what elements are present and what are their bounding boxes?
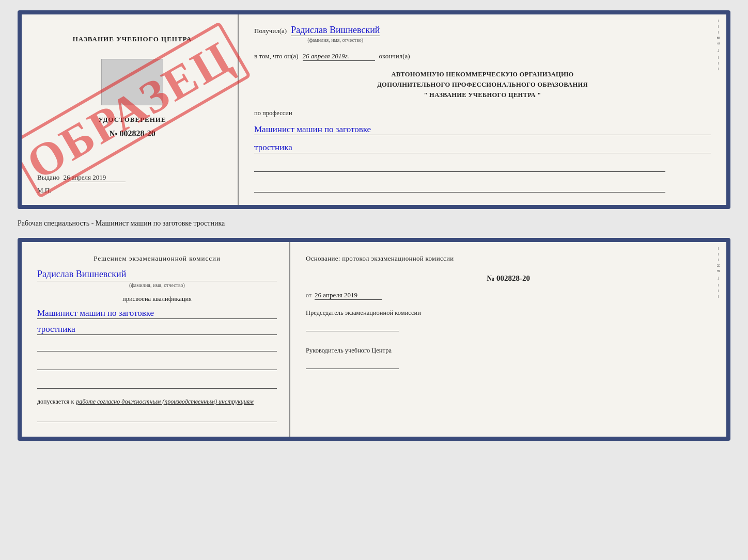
chairman-block: Председатель экзаменационной комиссии bbox=[306, 309, 711, 331]
date-value: 26 апреля 2019г. bbox=[303, 52, 375, 61]
profession-prefix: по профессии bbox=[254, 109, 711, 117]
protocol-number: № 002828-20 bbox=[306, 274, 711, 283]
received-row: Получил(а) Радислав Вишневский (фамилия,… bbox=[254, 25, 711, 43]
top-doc-right: Получил(а) Радислав Вишневский (фамилия,… bbox=[239, 14, 726, 205]
recipient-block: Радислав Вишневский (фамилия, имя, отчес… bbox=[291, 25, 380, 43]
director-sign-line bbox=[306, 357, 399, 369]
top-document: НАЗВАНИЕ УЧЕБНОГО ЦЕНТРА УДОСТОВЕРЕНИЕ №… bbox=[18, 10, 730, 209]
bottom-doc-right: Основание: протокол экзаменационной коми… bbox=[290, 242, 726, 437]
protocol-date-prefix: от bbox=[306, 292, 311, 299]
protocol-date: 26 апреля 2019 bbox=[315, 291, 382, 300]
org-line3: " НАЗВАНИЕ УЧЕБНОГО ЦЕНТРА " bbox=[254, 90, 711, 100]
bottom-document: Решением экзаменационной комиссии Радисл… bbox=[18, 238, 730, 441]
protocol-date-row: от 26 апреля 2019 bbox=[306, 291, 711, 300]
bottom-edge-marks: – – – и а ← – – – bbox=[715, 242, 726, 437]
received-prefix: Получил(а) bbox=[254, 27, 287, 35]
bottom-qualification-line2: тростника bbox=[37, 324, 277, 335]
profession-line2: тростника bbox=[254, 142, 711, 153]
date-row: в том, что он(а) 26 апреля 2019г. окончи… bbox=[254, 52, 711, 61]
org-line1: АВТОНОМНУЮ НЕКОММЕРЧЕСКУЮ ОРГАНИЗАЦИЮ bbox=[254, 69, 711, 79]
bottom-doc-left: Решением экзаменационной комиссии Радисл… bbox=[22, 242, 290, 437]
issue-text: Выдано bbox=[37, 173, 59, 181]
chairman-label: Председатель экзаменационной комиссии bbox=[306, 309, 711, 317]
top-doc-left: НАЗВАНИЕ УЧЕБНОГО ЦЕНТРА УДОСТОВЕРЕНИЕ №… bbox=[22, 14, 239, 205]
allow-row: допускается к работе согласно должностны… bbox=[37, 398, 277, 406]
profession-line1: Машинист машин по заготовке bbox=[254, 124, 711, 135]
cert-label: УДОСТОВЕРЕНИЕ bbox=[98, 116, 166, 124]
director-block: Руководитель учебного Центра bbox=[306, 347, 711, 369]
bottom-recipient-name: Радислав Вишневский bbox=[37, 269, 277, 281]
assigned-label: присвоена квалификация bbox=[37, 295, 277, 303]
issue-line: Выдано 26 апреля 2019 bbox=[37, 173, 126, 182]
cert-number: № 002828-20 bbox=[109, 129, 155, 138]
decision-text: Решением экзаменационной комиссии bbox=[37, 254, 277, 263]
org-block: АВТОНОМНУЮ НЕКОММЕРЧЕСКУЮ ОРГАНИЗАЦИЮ ДО… bbox=[254, 69, 711, 100]
date-prefix: в том, что он(а) bbox=[254, 52, 299, 60]
bottom-recipient-block: Радислав Вишневский (фамилия, имя, отчес… bbox=[37, 269, 277, 288]
recipient-name: Радислав Вишневский bbox=[291, 25, 380, 36]
bottom-qualification-line1: Машинист машин по заготовке bbox=[37, 308, 277, 319]
chairman-sign-line bbox=[306, 319, 399, 331]
finished-label: окончил(а) bbox=[379, 52, 410, 60]
center-label: НАЗВАНИЕ УЧЕБНОГО ЦЕНТРА bbox=[73, 35, 192, 43]
allow-prefix: допускается к bbox=[37, 398, 74, 406]
basis-label: Основание: протокол экзаменационной коми… bbox=[306, 254, 711, 263]
org-line2: ДОПОЛНИТЕЛЬНОГО ПРОФЕССИОНАЛЬНОГО ОБРАЗО… bbox=[254, 79, 711, 90]
bottom-name-sublabel: (фамилия, имя, отчество) bbox=[37, 282, 277, 288]
mp-label: М.П. bbox=[37, 186, 51, 195]
issue-date: 26 апреля 2019 bbox=[64, 173, 126, 182]
photo-placeholder bbox=[101, 59, 163, 105]
watermark-text: ОБРАЗЕЦ bbox=[18, 21, 252, 198]
middle-label: Рабочая специальность - Машинист машин п… bbox=[18, 218, 730, 229]
edge-marks: – – – и а ← – – – bbox=[715, 14, 726, 205]
director-label: Руководитель учебного Центра bbox=[306, 347, 711, 355]
name-sublabel-top: (фамилия, имя, отчество) bbox=[291, 37, 380, 43]
allow-italic: работе согласно должностным (производств… bbox=[76, 398, 254, 406]
